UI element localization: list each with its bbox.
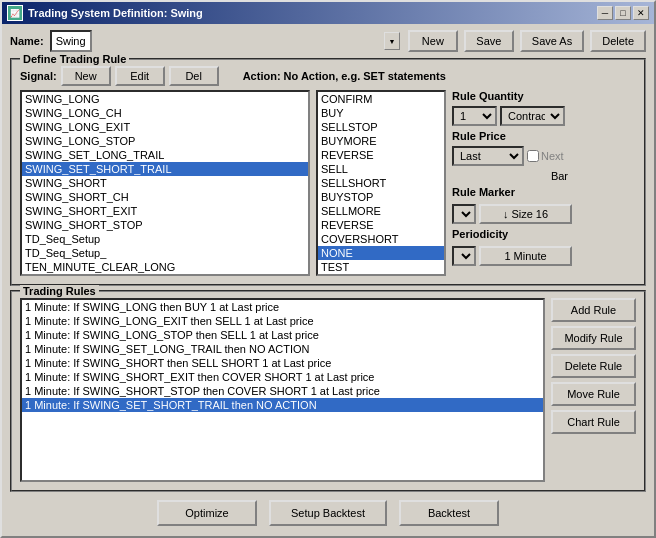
list-item[interactable]: BUYMORE — [318, 134, 444, 148]
window-title: Trading System Definition: Swing — [28, 7, 203, 19]
add-rule-button[interactable]: Add Rule — [551, 298, 636, 322]
list-item[interactable]: 1 Minute: If SWING_SHORT_EXIT then COVER… — [22, 370, 543, 384]
list-item[interactable]: 1 Minute: If SWING_SHORT then SELL SHORT… — [22, 356, 543, 370]
bar-label: Bar — [551, 170, 568, 182]
quantity-row: 1 Contract: — [452, 106, 572, 126]
list-item[interactable]: SWING_LONG — [22, 92, 308, 106]
chart-rule-button[interactable]: Chart Rule — [551, 410, 636, 434]
marker-size-button[interactable]: ↓ Size 16 — [479, 204, 572, 224]
rules-list[interactable]: 1 Minute: If SWING_LONG then BUY 1 at La… — [20, 298, 545, 482]
list-item[interactable]: SWING_SHORT_STOP — [22, 218, 308, 232]
list-item[interactable]: REVERSE — [318, 218, 444, 232]
marker-select[interactable]: ▼ — [452, 204, 476, 224]
properties-panel: Rule Quantity 1 Contract: Rule Price L — [452, 90, 572, 276]
periodicity-row: ▼ 1 Minute — [452, 246, 572, 266]
marker-row: ▼ ↓ Size 16 — [452, 204, 572, 224]
list-item[interactable]: TD_Seq_Setup — [22, 232, 308, 246]
rule-quantity-label: Rule Quantity — [452, 90, 572, 102]
price-select[interactable]: Last — [452, 146, 524, 166]
signal-edit-button[interactable]: Edit — [115, 66, 165, 86]
app-icon: 📈 — [7, 5, 23, 21]
next-label: Next — [541, 150, 564, 162]
list-item[interactable]: SELL — [318, 162, 444, 176]
signal-label: Signal: — [20, 70, 57, 82]
title-bar-left: 📈 Trading System Definition: Swing — [7, 5, 203, 21]
define-rule-box: Define Trading Rule Signal: New Edit Del… — [10, 58, 646, 286]
bar-label-area: Bar — [452, 170, 572, 182]
quantity-select[interactable]: 1 — [452, 106, 497, 126]
list-item[interactable]: SWING_SHORT_EXIT — [22, 204, 308, 218]
delete-button[interactable]: Delete — [590, 30, 646, 52]
title-bar: 📈 Trading System Definition: Swing ─ □ ✕ — [2, 2, 654, 24]
list-item[interactable]: SWING_SET_LONG_TRAIL — [22, 148, 308, 162]
list-item[interactable]: COVERSHORT — [318, 232, 444, 246]
contract-select[interactable]: Contract: — [500, 106, 565, 126]
signal-listbox[interactable]: SWING_LONG SWING_LONG_CH SWING_LONG_EXIT… — [20, 90, 310, 276]
save-as-button[interactable]: Save As — [520, 30, 584, 52]
periodicity-label: Periodicity — [452, 228, 572, 240]
new-button[interactable]: New — [408, 30, 458, 52]
signal-panel: SWING_LONG SWING_LONG_CH SWING_LONG_EXIT… — [20, 90, 310, 276]
list-item[interactable]: TEST — [318, 260, 444, 274]
periodicity-value-label: 1 Minute — [504, 250, 546, 262]
setup-backtest-button[interactable]: Setup Backtest — [269, 500, 387, 526]
periodicity-value-button[interactable]: 1 Minute — [479, 246, 572, 266]
list-item[interactable]: 1 Minute: If SWING_SHORT_STOP then COVER… — [22, 384, 543, 398]
save-button[interactable]: Save — [464, 30, 514, 52]
price-row: Last Next — [452, 146, 572, 166]
list-item-selected[interactable]: NONE — [318, 246, 444, 260]
signal-row: Signal: New Edit Del Action: No Action, … — [20, 66, 636, 86]
backtest-button[interactable]: Backtest — [399, 500, 499, 526]
name-dropdown-arrow[interactable]: ▼ — [384, 32, 400, 50]
list-item[interactable]: BUYSTOP — [318, 190, 444, 204]
minimize-button[interactable]: ─ — [597, 6, 613, 20]
list-item[interactable]: SELLSHORT — [318, 176, 444, 190]
list-item[interactable]: 1 Minute: If SWING_LONG then BUY 1 at La… — [22, 300, 543, 314]
list-item[interactable]: REVERSE — [318, 148, 444, 162]
marker-size-label: Size 16 — [511, 208, 548, 220]
list-item[interactable]: TD_Seq_Setup_ — [22, 246, 308, 260]
bottom-row: Optimize Setup Backtest Backtest — [10, 496, 646, 530]
name-select-wrapper: Swing ▼ — [50, 30, 402, 52]
list-item[interactable]: SWING_SHORT — [22, 176, 308, 190]
move-rule-button[interactable]: Move Rule — [551, 382, 636, 406]
name-label: Name: — [10, 35, 44, 47]
list-item[interactable]: 1 Minute: If SWING_LONG_STOP then SELL 1… — [22, 328, 543, 342]
rule-price-label: Rule Price — [452, 130, 572, 142]
list-item[interactable]: SELLMORE — [318, 204, 444, 218]
list-item[interactable]: SWING_LONG_EXIT — [22, 120, 308, 134]
close-button[interactable]: ✕ — [633, 6, 649, 20]
list-item[interactable]: BUY — [318, 106, 444, 120]
marker-arrow-icon: ↓ — [503, 208, 509, 220]
signal-del-button[interactable]: Del — [169, 66, 219, 86]
list-item[interactable]: SWING_SHORT_CH — [22, 190, 308, 204]
name-select[interactable]: Swing — [50, 30, 92, 52]
list-item-selected[interactable]: 1 Minute: If SWING_SET_SHORT_TRAIL then … — [22, 398, 543, 412]
action-panel: CONFIRM BUY SELLSTOP BUYMORE REVERSE SEL… — [316, 90, 446, 276]
list-item[interactable]: SWING_LONG_CH — [22, 106, 308, 120]
signal-new-button[interactable]: New — [61, 66, 111, 86]
action-listbox[interactable]: CONFIRM BUY SELLSTOP BUYMORE REVERSE SEL… — [316, 90, 446, 276]
name-row: Name: Swing ▼ New Save Save As Delete — [10, 30, 646, 52]
next-bar-checkbox[interactable] — [527, 150, 539, 162]
main-window: 📈 Trading System Definition: Swing ─ □ ✕… — [0, 0, 656, 538]
list-item[interactable]: CONFIRM — [318, 92, 444, 106]
modify-rule-button[interactable]: Modify Rule — [551, 326, 636, 350]
list-item[interactable]: TEN_MINUTE_CLEAR_LONG — [22, 260, 308, 274]
optimize-button[interactable]: Optimize — [157, 500, 257, 526]
delete-rule-button[interactable]: Delete Rule — [551, 354, 636, 378]
rules-buttons: Add Rule Modify Rule Delete Rule Move Ru… — [551, 298, 636, 482]
main-panels: SWING_LONG SWING_LONG_CH SWING_LONG_EXIT… — [20, 90, 636, 276]
trading-rules-content: 1 Minute: If SWING_LONG then BUY 1 at La… — [20, 298, 636, 482]
trading-rules-title: Trading Rules — [20, 285, 99, 297]
list-item[interactable]: SWING_LONG_STOP — [22, 134, 308, 148]
list-item[interactable]: 1 Minute: If SWING_LONG_EXIT then SELL 1… — [22, 314, 543, 328]
list-item[interactable]: SELLSTOP — [318, 120, 444, 134]
define-rule-title: Define Trading Rule — [20, 53, 129, 65]
list-item-selected[interactable]: SWING_SET_SHORT_TRAIL — [22, 162, 308, 176]
next-bar-area: Next — [527, 150, 564, 162]
maximize-button[interactable]: □ — [615, 6, 631, 20]
title-controls: ─ □ ✕ — [597, 6, 649, 20]
list-item[interactable]: 1 Minute: If SWING_SET_LONG_TRAIL then N… — [22, 342, 543, 356]
periodicity-select[interactable]: ▼ — [452, 246, 476, 266]
